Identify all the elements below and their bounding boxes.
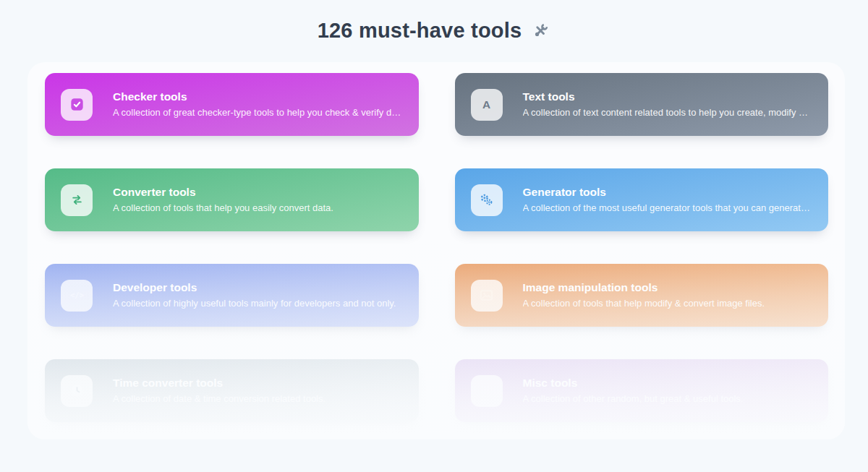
card-description: A collection of great checker-type tools… (113, 107, 401, 119)
page-header: 126 must-have tools (0, 0, 868, 61)
code-icon (69, 287, 85, 304)
card-text: Misc tools A collection of other random,… (523, 376, 744, 405)
card-text: Checker tools A collection of great chec… (113, 90, 401, 119)
card-text: Image manipulation tools A collection of… (523, 280, 765, 309)
category-card-text-tools[interactable]: Text tools A collection of text content … (455, 73, 829, 136)
page-title-text: 126 must-have tools (318, 19, 522, 43)
category-card-image-manipulation-tools[interactable]: Image manipulation tools A collection of… (455, 264, 829, 327)
category-card-misc-tools[interactable]: Misc tools A collection of other random,… (455, 359, 829, 422)
card-title: Generator tools (523, 185, 812, 199)
letter-a-icon (478, 96, 495, 113)
card-title: Developer tools (113, 280, 396, 295)
card-title: Misc tools (523, 376, 744, 390)
card-description: A collection of tools that help you easi… (113, 202, 333, 215)
category-card-converter-tools[interactable]: Converter tools A collection of tools th… (45, 168, 419, 231)
card-description: A collection of date & time conversion r… (113, 393, 326, 406)
card-text: Text tools A collection of text content … (523, 90, 812, 119)
card-text: Time converter tools A collection of dat… (113, 376, 326, 405)
card-text: Converter tools A collection of tools th… (113, 185, 333, 214)
card-title: Time converter tools (113, 376, 326, 390)
icon-tile (471, 184, 503, 216)
card-description: A collection of other random, but great … (523, 393, 744, 406)
category-grid: Checker tools A collection of great chec… (45, 73, 828, 422)
icon-tile (61, 89, 93, 121)
check-square-icon (69, 96, 85, 113)
card-description: A collection of tools that help modify &… (523, 298, 765, 310)
photo-icon (478, 287, 495, 304)
card-title: Checker tools (113, 90, 401, 104)
swap-arrows-icon (69, 192, 85, 208)
category-card-checker-tools[interactable]: Checker tools A collection of great chec… (45, 73, 419, 136)
icon-tile (61, 375, 93, 407)
card-title: Text tools (523, 90, 812, 104)
card-text: Developer tools A collection of highly u… (113, 280, 396, 309)
icon-tile (471, 375, 503, 407)
card-title: Converter tools (113, 185, 333, 199)
icon-tile (471, 280, 503, 312)
clock-icon (69, 382, 85, 399)
icon-tile (471, 89, 503, 121)
hammer-wrench-icon (478, 382, 495, 399)
tools-panel: Checker tools A collection of great chec… (27, 62, 845, 439)
icon-tile (61, 184, 93, 216)
gears-icon (478, 192, 495, 208)
icon-tile (61, 280, 93, 312)
card-title: Image manipulation tools (523, 280, 765, 295)
card-description: A collection of highly useful tools main… (113, 298, 396, 310)
card-text: Generator tools A collection of the most… (523, 185, 812, 214)
category-card-generator-tools[interactable]: Generator tools A collection of the most… (455, 168, 829, 231)
page-title: 126 must-have tools (318, 19, 551, 43)
card-description: A collection of text content related too… (523, 107, 812, 119)
card-description: A collection of the most useful generato… (523, 202, 812, 215)
hammer-wrench-icon (531, 21, 550, 40)
category-card-time-converter-tools[interactable]: Time converter tools A collection of dat… (45, 359, 419, 422)
category-card-developer-tools[interactable]: Developer tools A collection of highly u… (45, 264, 419, 327)
